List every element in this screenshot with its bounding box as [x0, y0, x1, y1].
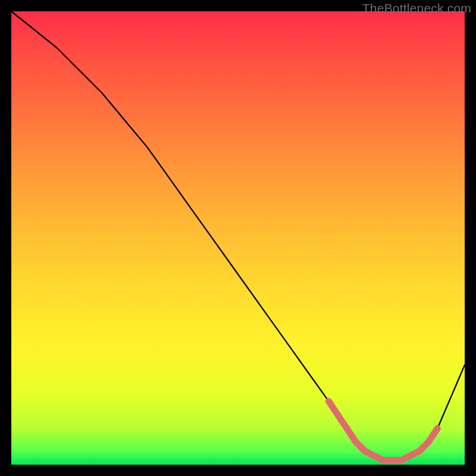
chart-frame: TheBottleneck.com [0, 0, 476, 476]
highlight-path [328, 401, 437, 460]
curve-path [11, 11, 465, 460]
watermark-text: TheBottleneck.com [362, 1, 471, 15]
chart-svg [11, 11, 465, 465]
chart-plot-area [11, 11, 465, 465]
